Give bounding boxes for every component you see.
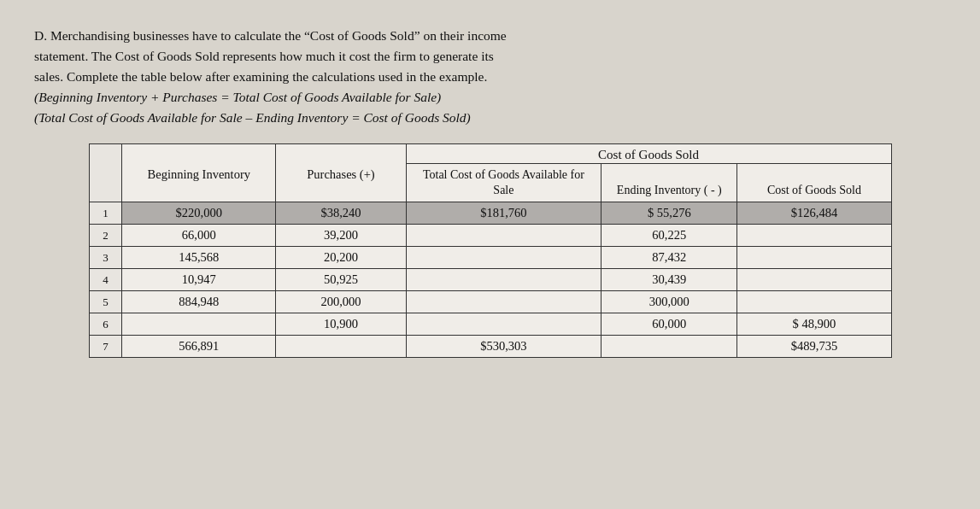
table-row: 5884,948200,000300,000	[89, 291, 891, 313]
table-row: 610,90060,000$ 48,900	[89, 313, 891, 336]
table-row: 7566,891$530,303$489,735	[89, 336, 891, 358]
col-cost-header: Cost of Goods Sold	[737, 164, 891, 202]
intro-line1: D. Merchandising businesses have to calc…	[34, 26, 931, 46]
intro-line5: (Total Cost of Goods Available for Sale …	[34, 108, 931, 128]
intro-line4: (Beginning Inventory + Purchases = Total…	[34, 87, 931, 108]
table-row: 266,00039,20060,225	[89, 225, 891, 247]
cost-of-goods-table: Beginning Inventory Purchases (+) Cost o…	[89, 143, 892, 358]
col-total-header: Total Cost of Goods Available for Sale	[406, 164, 601, 202]
table-container: Beginning Inventory Purchases (+) Cost o…	[89, 143, 892, 358]
table-row: 1$220,000$38,240$181,760$ 55,276$126,484	[89, 202, 891, 225]
table-row: 3145,56820,20087,432	[89, 247, 891, 269]
row-num-header	[89, 144, 122, 202]
col-purchases-header: Purchases (+)	[276, 144, 406, 202]
intro-line3: sales. Complete the table below after ex…	[34, 67, 931, 87]
table-row: 410,94750,92530,439	[89, 269, 891, 291]
main-header-span: Cost of Goods Sold	[406, 144, 891, 164]
col-ending-header: Ending Inventory ( - )	[601, 164, 737, 202]
col-beginning-header: Beginning Inventory	[122, 144, 276, 202]
intro-paragraph: D. Merchandising businesses have to calc…	[34, 26, 931, 128]
intro-line2: statement. The Cost of Goods Sold repres…	[34, 46, 931, 67]
